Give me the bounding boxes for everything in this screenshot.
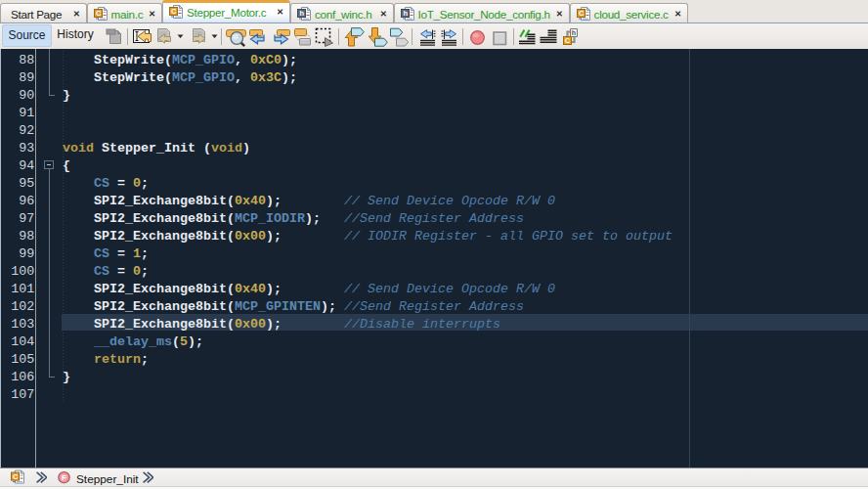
svg-text:C: C xyxy=(579,9,585,18)
svg-text:h: h xyxy=(299,9,304,18)
svg-text:C: C xyxy=(565,36,571,45)
svg-text:C: C xyxy=(13,471,19,480)
svg-text:h: h xyxy=(403,9,408,18)
svg-text:h: h xyxy=(572,29,576,36)
svg-text:C: C xyxy=(171,7,177,16)
svg-text:C: C xyxy=(96,9,102,18)
svg-text:F: F xyxy=(62,472,66,481)
